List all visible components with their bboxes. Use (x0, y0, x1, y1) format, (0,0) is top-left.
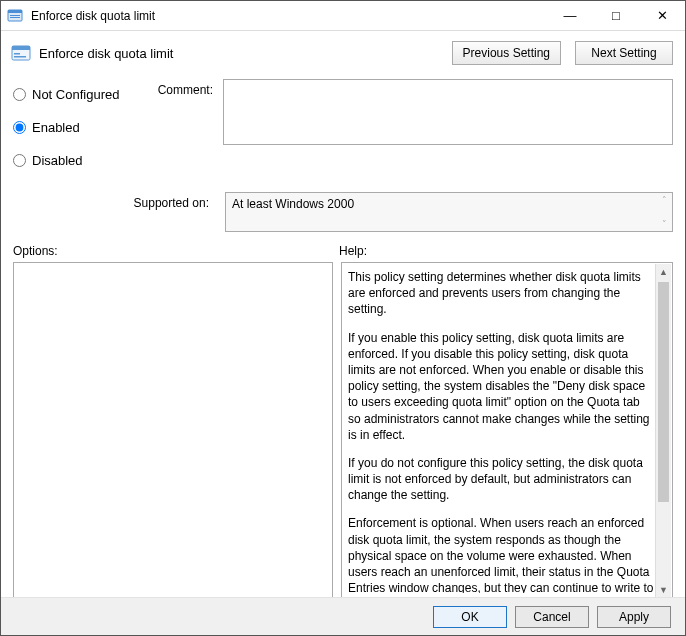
svg-rect-1 (8, 10, 22, 13)
section-labels: Options: Help: (1, 232, 685, 262)
radio-enabled-label: Enabled (32, 120, 80, 135)
policy-title: Enforce disk quota limit (39, 46, 438, 61)
supported-on-label: Supported on: (13, 192, 215, 210)
maximize-button[interactable]: □ (593, 1, 639, 30)
svg-rect-3 (10, 17, 20, 18)
help-panel: This policy setting determines whether d… (341, 262, 673, 600)
previous-setting-button[interactable]: Previous Setting (452, 41, 561, 65)
options-panel (13, 262, 333, 600)
minimize-button[interactable]: ― (547, 1, 593, 30)
radio-not-configured-label: Not Configured (32, 87, 119, 102)
next-setting-button[interactable]: Next Setting (575, 41, 673, 65)
config-row: Not Configured Enabled Disabled Comment: (1, 79, 685, 186)
help-label: Help: (339, 244, 367, 258)
panels: This policy setting determines whether d… (1, 262, 685, 600)
footer: OK Cancel Apply (1, 597, 685, 635)
radio-disabled[interactable]: Disabled (13, 153, 143, 168)
svg-rect-2 (10, 15, 20, 16)
header: Enforce disk quota limit Previous Settin… (1, 31, 685, 79)
help-p2: If you enable this policy setting, disk … (348, 330, 654, 443)
radio-disabled-input[interactable] (13, 154, 26, 167)
policy-icon (11, 43, 31, 63)
apply-button[interactable]: Apply (597, 606, 671, 628)
scroll-up-icon: ˄ (662, 195, 667, 205)
svg-rect-5 (12, 46, 30, 50)
cancel-button[interactable]: Cancel (515, 606, 589, 628)
help-p3: If you do not configure this policy sett… (348, 455, 654, 504)
help-scrollbar[interactable]: ▲ ▼ (655, 264, 671, 598)
help-p1: This policy setting determines whether d… (348, 269, 654, 318)
comment-label: Comment: (153, 79, 213, 186)
window-controls: ― □ ✕ (547, 1, 685, 30)
comment-area (223, 79, 673, 186)
radio-not-configured[interactable]: Not Configured (13, 87, 143, 102)
help-p4: Enforcement is optional. When users reac… (348, 515, 654, 593)
svg-rect-7 (14, 56, 26, 58)
help-text: This policy setting determines whether d… (348, 269, 654, 593)
supported-row: Supported on: At least Windows 2000 ˄ ˅ (1, 186, 685, 232)
app-icon (7, 8, 23, 24)
radio-not-configured-input[interactable] (13, 88, 26, 101)
radio-enabled[interactable]: Enabled (13, 120, 143, 135)
scroll-down-icon: ˅ (662, 219, 667, 229)
options-label: Options: (13, 244, 339, 258)
supported-on-value: At least Windows 2000 (232, 197, 354, 211)
scroll-up-arrow-icon[interactable]: ▲ (656, 264, 671, 280)
ok-button[interactable]: OK (433, 606, 507, 628)
radio-enabled-input[interactable] (13, 121, 26, 134)
scroll-down-arrow-icon[interactable]: ▼ (656, 582, 671, 598)
close-button[interactable]: ✕ (639, 1, 685, 30)
svg-rect-6 (14, 53, 20, 55)
state-radios: Not Configured Enabled Disabled (13, 79, 143, 186)
window-title: Enforce disk quota limit (31, 9, 547, 23)
comment-input[interactable] (223, 79, 673, 145)
supported-on-field: At least Windows 2000 ˄ ˅ (225, 192, 673, 232)
scrollbar-thumb[interactable] (658, 282, 669, 502)
radio-disabled-label: Disabled (32, 153, 83, 168)
supported-scroll-hint: ˄ ˅ (658, 195, 670, 229)
titlebar: Enforce disk quota limit ― □ ✕ (1, 1, 685, 31)
